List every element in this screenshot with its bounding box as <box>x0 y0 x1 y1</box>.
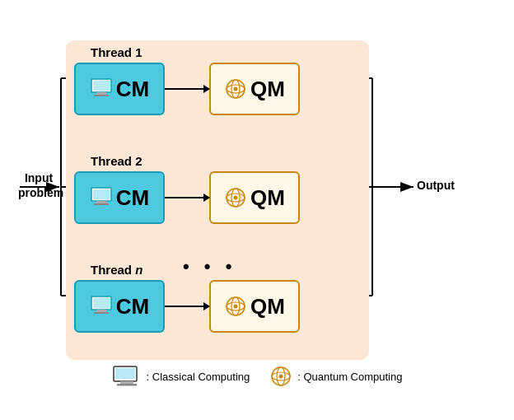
thread-n-cm-box: CM <box>74 280 165 333</box>
classical-legend-item: : Classical Computing <box>112 366 250 387</box>
thread-2-label: Thread 2 <box>91 154 300 168</box>
classical-icon-tn <box>90 295 113 318</box>
quantum-icon-t1 <box>224 77 247 100</box>
quantum-legend-item: : Quantum Computing <box>269 365 402 388</box>
main-diagram: Input problem Output Thread 1 <box>18 32 496 362</box>
legend: : Classical Computing : Quantum Computin… <box>112 365 403 388</box>
svg-rect-52 <box>117 384 137 386</box>
thread-n-qm-label: QM <box>250 294 285 320</box>
svg-rect-50 <box>115 368 135 379</box>
thread-1-qm-box: QM <box>209 63 300 115</box>
quantum-computing-icon <box>269 365 292 388</box>
svg-point-40 <box>234 196 238 200</box>
quantum-computing-label: : Quantum Computing <box>297 371 402 383</box>
thread-1-section: Thread 1 CM <box>74 45 300 115</box>
quantum-icon-t2 <box>224 186 247 209</box>
classical-computing-label: : Classical Computing <box>147 371 250 383</box>
svg-point-48 <box>234 305 238 309</box>
quantum-icon-tn <box>224 295 247 318</box>
thread-2-cm-label: CM <box>116 185 149 211</box>
thread-1-qm-label: QM <box>250 77 285 102</box>
svg-rect-42 <box>93 298 110 308</box>
thread-2-qm-label: QM <box>250 185 285 211</box>
svg-rect-36 <box>94 203 109 205</box>
thread-n-cm-label: CM <box>116 294 149 320</box>
thread-n-label: Thread n <box>91 263 300 277</box>
svg-rect-26 <box>96 92 106 95</box>
diagram-container: Input problem Output Thread 1 <box>10 12 504 408</box>
svg-rect-34 <box>93 189 110 199</box>
output-label: Output <box>417 179 455 192</box>
svg-point-56 <box>279 375 283 379</box>
thread-1-label: Thread 1 <box>91 45 300 59</box>
input-label: Input problem <box>18 170 59 200</box>
svg-rect-25 <box>93 81 110 91</box>
svg-rect-35 <box>96 201 106 203</box>
thread-2-section: Thread 2 CM <box>74 154 300 224</box>
thread-1-cm-box: CM <box>74 63 165 115</box>
thread-n-section: Thread n CM <box>74 263 300 333</box>
classical-icon-t1 <box>90 77 113 100</box>
svg-rect-51 <box>120 381 133 384</box>
svg-rect-44 <box>94 312 109 314</box>
thread-1-cm-label: CM <box>116 77 149 102</box>
thread-2-qm-box: QM <box>209 171 300 224</box>
thread-2-cm-box: CM <box>74 171 165 224</box>
classical-icon-t2 <box>90 186 113 209</box>
thread-n-qm-box: QM <box>209 280 300 333</box>
svg-rect-43 <box>96 310 106 312</box>
svg-point-32 <box>234 87 238 91</box>
classical-computing-icon <box>112 366 142 387</box>
svg-rect-27 <box>94 95 109 96</box>
